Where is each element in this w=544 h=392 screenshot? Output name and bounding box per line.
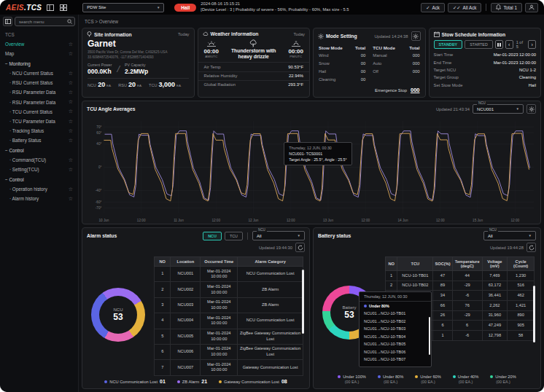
chevron-down-icon: ▼ (524, 234, 532, 238)
sidebar-item-control[interactable]: − Control (0, 145, 78, 155)
search-input[interactable] (15, 17, 75, 26)
alarm-ncu-toggle[interactable]: NCU (203, 232, 222, 240)
all-ack-button[interactable]: ✓✓All Ack (448, 3, 481, 12)
sidebar-item-rsu-parameter-data[interactable]: · RSU Parameter Data☆ (0, 98, 78, 107)
sidebar-item-overview[interactable]: Overview☆ (0, 39, 78, 49)
popup-scrollbar[interactable] (429, 317, 431, 355)
ack-button[interactable]: ✓Ack (421, 3, 445, 12)
chart-title: TCU Angle Averages (87, 106, 135, 111)
table-cell: Mar-01-2024 10:00:00 (201, 360, 238, 375)
battery-table-scrollbar[interactable] (533, 286, 535, 342)
favorite-star-icon[interactable]: ☆ (69, 119, 73, 125)
sidebar-item-label: · TCU Current Status (9, 109, 53, 114)
user-profile-button[interactable] (525, 3, 538, 12)
kv-row: Global Radiation293.3°F (198, 80, 310, 89)
chart-ncu-selector[interactable]: NCU NCU001 ▼ (473, 104, 524, 114)
legend-item: Under 80%(00 EA.) (378, 375, 403, 384)
battery-refresh-button[interactable] (526, 243, 536, 252)
tcu-total-header: Total (409, 45, 419, 50)
weather-information-panel: Weather information Today 00:00 AM/UTC T… (198, 28, 311, 98)
site-today-badge: Today (178, 32, 189, 36)
favorite-star-icon[interactable]: ☆ (69, 109, 73, 114)
sidebar-item-rsu-current-status[interactable]: · RSU Current Status☆ (0, 78, 78, 87)
kv-label: Target Group (434, 75, 459, 79)
sidebar-item-monitoring[interactable]: − Monitoring (0, 58, 78, 68)
divider (486, 4, 486, 11)
column-header: Location (171, 257, 201, 267)
alarm-tcu-toggle[interactable]: TCU (225, 232, 243, 240)
topbar-actions: ✓Ack ✓✓All Ack Total 1 (421, 3, 538, 12)
favorite-star-icon[interactable]: ☆ (69, 90, 73, 95)
table-cell: NCU005 (171, 329, 201, 344)
layout-toggle-icon[interactable] (46, 3, 55, 12)
sidebar-item-operation-history[interactable]: · Operation history☆ (0, 184, 78, 194)
sidebar-item-rsu-parameter-data[interactable]: · RSU Parameter Data☆ (0, 87, 78, 97)
table-cell: Mar-01-2024 10:00:00 (201, 329, 238, 344)
favorite-star-icon[interactable]: ☆ (69, 71, 73, 77)
favorite-star-icon[interactable]: ☆ (69, 157, 73, 163)
table-row[interactable]: 2NCU002Mar-01-2024 10:00:00ZB Alarm (155, 282, 303, 297)
search-icon[interactable] (67, 19, 72, 24)
table-row[interactable]: 3NCU003Mar-01-2024 10:00:00ZB Alarm (155, 297, 303, 313)
sidebar-collapse-button[interactable] (3, 17, 12, 26)
favorite-star-icon[interactable]: ☆ (69, 51, 73, 57)
favorite-star-icon[interactable]: ☆ (69, 80, 73, 86)
table-row[interactable]: 5NCU005Mar-01-2024 10:00:00ZigBee Gatewa… (155, 329, 303, 344)
svg-text:-40°: -40° (96, 189, 102, 192)
prev-page-button[interactable]: ‹ (505, 40, 513, 49)
chart-settings-button[interactable] (526, 104, 536, 114)
site-selector[interactable]: PDW Site ▼ (82, 3, 164, 12)
mode-row: Wind00 (319, 52, 365, 60)
sidebar-item-tracking-status[interactable]: · Tracking Status☆ (0, 126, 78, 136)
sidebar-item-tcu-parameter-data[interactable]: · TCU Parameter Data☆ (0, 117, 78, 126)
sidebar-item-tcu-current-status[interactable]: · TCU Current Status☆ (0, 107, 78, 117)
kv-label: Target NCU (434, 68, 456, 72)
favorite-star-icon[interactable]: ☆ (69, 196, 73, 202)
next-page-button[interactable]: › (528, 40, 536, 49)
pause-button[interactable] (495, 40, 503, 49)
legend-item: Under 40%(00 EA.) (453, 375, 478, 384)
started-button[interactable]: STARTED (465, 40, 493, 49)
sidebar-item-command-tcu-[interactable]: · Command(TCU)☆ (0, 155, 78, 165)
bell-icon (496, 4, 501, 10)
table-row[interactable]: 4NCU004Mar-01-2024 10:00:00NCU Communica… (155, 313, 303, 329)
sidebar-item-control[interactable]: − Control (0, 174, 78, 184)
alarm-table-scrollbar[interactable] (302, 270, 304, 334)
sidebar-item-map[interactable]: Map☆ (0, 49, 78, 58)
battery-ncu-filter[interactable]: NCU All ▼ (483, 231, 536, 240)
favorite-star-icon[interactable]: ☆ (69, 138, 73, 144)
favorite-star-icon[interactable]: ☆ (69, 128, 73, 134)
mode-settings-button[interactable] (411, 31, 421, 41)
mode-row: Hail00 (319, 68, 365, 76)
table-cell: NCU Communication Lost (238, 313, 303, 329)
grid-view-icon[interactable] (59, 3, 68, 12)
sidebar-item-ncu-current-status[interactable]: · NCU Current Status☆ (0, 68, 78, 78)
sidebar-menu: Overview☆Map☆− Monitoring· NCU Current S… (0, 39, 78, 392)
favorite-star-icon[interactable]: ☆ (69, 99, 73, 105)
table-row[interactable]: 7NCU007Mar-01-2024 10:00:00Gateway Commu… (155, 360, 303, 375)
svg-text:12:00: 12:00 (361, 219, 370, 222)
table-row[interactable]: 1NCU-10-TB0147447,4691,230 (386, 271, 535, 281)
emergency-stop-value[interactable]: 000 (411, 87, 420, 93)
battery-status-panel: Battery status NCU All ▼ Updated 19:44:2… (313, 227, 541, 389)
sidebar-item-alarm-history[interactable]: · Alarm history☆ (0, 194, 78, 203)
current-power-label: Current Power (88, 63, 112, 67)
favorite-star-icon[interactable]: ☆ (69, 187, 73, 192)
favorite-star-icon[interactable]: ☆ (69, 167, 73, 173)
sidebar-item-battery-status[interactable]: · Battery Status☆ (0, 136, 78, 145)
popup-category-label: Under 80% (369, 304, 389, 308)
table-cell: 890 (508, 310, 535, 321)
standby-button[interactable]: STANDBY (434, 40, 463, 49)
table-row[interactable]: 1NCU001Mar-01-2024 10:00:00NCU Communica… (155, 267, 303, 282)
sidebar-item-label: Map (5, 51, 14, 56)
svg-text:12:00: 12:00 (436, 219, 445, 222)
alarm-refresh-button[interactable] (295, 243, 305, 252)
sidebar-item-setting-tcu-[interactable]: · Setting(TCU)☆ (0, 165, 78, 174)
favorite-star-icon[interactable]: ☆ (69, 42, 73, 47)
table-row[interactable]: 2NCU-10-TB0289-2963,172516 (386, 281, 535, 291)
alarm-ncu-filter[interactable]: NCU All ▼ (252, 231, 305, 240)
notifications-button[interactable]: Total 1 (491, 3, 522, 12)
table-row[interactable]: 6NCU006Mar-01-2024 10:00:00ZigBee Gatewa… (155, 344, 303, 359)
tcu-angle-chart-area[interactable]: 70°60°40°0°-40°-60°-70°10 Jun12:0011 Jun… (82, 115, 540, 224)
tooltip-time: Thursday, 12 JUN, 00:30 (289, 145, 346, 151)
